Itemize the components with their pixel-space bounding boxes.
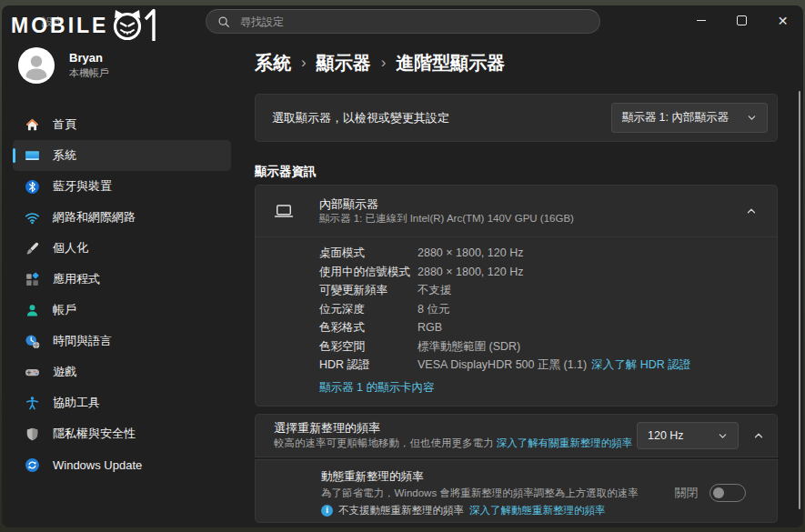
toggle-state-label: 關閉 — [675, 486, 698, 501]
avatar — [18, 47, 55, 84]
bluetooth-icon — [25, 179, 40, 195]
display-info-title: 內部顯示器 — [319, 196, 742, 213]
home-icon — [25, 117, 40, 133]
info-row-label: 使用中的信號模式 — [319, 263, 418, 282]
breadcrumb-item[interactable]: 顯示器 — [317, 51, 371, 75]
display-info-header: 內部顯示器 顯示器 1: 已連線到 Intel(R) Arc(TM) 140V … — [256, 186, 777, 237]
display-info-rows: 桌面模式2880 × 1800, 120 Hz使用中的信號模式2880 × 18… — [256, 237, 777, 375]
info-row-value: 8 位元 — [418, 300, 449, 319]
info-row-value: 2880 × 1800, 120 Hz — [418, 244, 523, 263]
info-row-value: 不支援 — [418, 281, 452, 300]
sidebar-item-windows-update[interactable]: Windows Update — [13, 449, 231, 480]
breadcrumb-item[interactable]: 系統 — [255, 51, 291, 75]
display-info-collapse-button[interactable] — [742, 202, 760, 220]
display-select-value: 顯示器 1: 內部顯示器 — [622, 110, 729, 125]
sidebar-item-label: 網路和網際網路 — [53, 209, 136, 226]
apps-icon — [25, 272, 40, 287]
scrollbar[interactable] — [799, 91, 800, 509]
devil-zero-icon — [110, 6, 159, 43]
personalization-icon — [25, 241, 40, 256]
display-info-row: 桌面模式2880 × 1800, 120 Hz — [319, 244, 762, 263]
sidebar-item-label: 帳戶 — [53, 302, 76, 318]
sidebar-item-system[interactable]: 系統 — [13, 140, 231, 171]
display-info-row: 位元深度8 位元 — [319, 300, 762, 319]
display-info-row: HDR 認證VESA DisplayHDR 500 正黑 (1.1)深入了解 H… — [319, 356, 762, 375]
sidebar-item-label: 遊戲 — [53, 364, 76, 380]
chevron-down-icon — [747, 113, 757, 123]
sidebar-item-gaming[interactable]: 遊戲 — [13, 356, 231, 387]
display-info-row: 色彩格式RGB — [319, 318, 762, 337]
minimize-button[interactable] — [680, 5, 721, 35]
user-name: Bryan — [69, 51, 109, 65]
sidebar-item-personalization[interactable]: 個人化 — [13, 233, 231, 264]
sidebar-item-label: 個人化 — [53, 240, 88, 256]
sidebar-item-label: Windows Update — [53, 458, 142, 472]
sidebar-item-bluetooth-devices[interactable]: 藍牙與裝置 — [13, 171, 231, 202]
sidebar-item-label: 系統 — [53, 147, 76, 164]
chevron-down-icon — [718, 431, 728, 441]
display-info-section-title: 顯示器資訊 — [255, 164, 317, 180]
info-row-label: 位元深度 — [319, 300, 418, 319]
sidebar-item-network-internet[interactable]: 網路和網際網路 — [13, 202, 231, 233]
display-select-dropdown[interactable]: 顯示器 1: 內部顯示器 — [611, 103, 768, 133]
mobile01-logo: MOBILE — [11, 6, 159, 43]
info-row-label: HDR 認證 — [319, 356, 418, 375]
sidebar-item-label: 隱私權與安全性 — [53, 426, 136, 442]
user-account-type: 本機帳戶 — [69, 66, 109, 80]
sidebar-item-apps[interactable]: 應用程式 — [13, 264, 231, 295]
sidebar-item-label: 藍牙與裝置 — [53, 178, 112, 195]
info-row-label: 色彩格式 — [319, 318, 418, 337]
select-display-label: 選取顯示器，以檢視或變更其設定 — [272, 110, 449, 126]
user-profile[interactable]: Bryan 本機帳戶 — [18, 47, 109, 84]
info-row-label: 桌面模式 — [319, 244, 418, 263]
dynamic-refresh-learn-more-link[interactable]: 深入了解動態重新整理的頻率 — [469, 504, 606, 517]
refresh-rate-collapse-button[interactable] — [750, 427, 768, 445]
search-input[interactable] — [238, 15, 589, 29]
refresh-rate-dropdown[interactable]: 120 Hz — [637, 422, 739, 449]
info-icon: i — [321, 505, 333, 517]
display-info-row: 可變更新頻率不支援 — [319, 281, 762, 300]
hdr-learn-more-link[interactable]: 深入了解 HDR 認證 — [591, 356, 690, 375]
sidebar-item-accounts[interactable]: 帳戶 — [13, 295, 231, 326]
refresh-rate-learn-more-link[interactable]: 深入了解有關重新整理的頻率 — [497, 437, 633, 448]
display-info-subtitle: 顯示器 1: 已連線到 Intel(R) Arc(TM) 140V GPU (1… — [319, 212, 742, 226]
sidebar-item-home[interactable]: 首頁 — [13, 109, 231, 140]
info-row-value: 2880 × 1800, 120 Hz — [418, 263, 523, 282]
system-icon — [25, 148, 40, 164]
chevron-up-icon — [753, 430, 764, 441]
sidebar-item-label: 應用程式 — [53, 271, 100, 287]
sidebar-item-time-language[interactable]: 時間與語言 — [13, 326, 231, 356]
sidebar-item-accessibility[interactable]: 協助工具 — [13, 387, 231, 418]
minimize-icon — [697, 20, 706, 21]
adapter-properties-link[interactable]: 顯示器 1 的顯示卡內容 — [319, 380, 434, 396]
display-info-card: 內部顯示器 顯示器 1: 已連線到 Intel(R) Arc(TM) 140V … — [255, 185, 778, 407]
dynamic-refresh-card: 動態重新整理的頻率 為了節省電力，Windows 會將重新整理的頻率調整為上方選… — [255, 459, 778, 523]
info-row-label: 可變更新頻率 — [319, 281, 418, 300]
network-icon — [25, 210, 40, 226]
selected-accent-bar — [13, 148, 15, 163]
search-icon — [217, 15, 230, 28]
info-row-value: 標準動態範圍 (SDR) — [418, 337, 520, 356]
info-row-value: RGB — [418, 318, 442, 337]
sidebar-item-privacy-security[interactable]: 隱私權與安全性 — [13, 418, 231, 449]
refresh-rate-description: 較高的速率可更順暢地移動，但也使用更多電力 深入了解有關重新整理的頻率 — [274, 437, 632, 451]
accounts-icon — [25, 303, 40, 318]
main-content: 系統›顯示器›進階型顯示器 選取顯示器，以檢視或變更其設定 顯示器 1: 內部顯… — [253, 38, 780, 527]
windows-update-icon — [25, 457, 40, 473]
refresh-rate-value: 120 Hz — [648, 429, 684, 442]
breadcrumb: 系統›顯示器›進階型顯示器 — [255, 51, 505, 75]
settings-search[interactable] — [206, 9, 600, 34]
maximize-button[interactable] — [721, 5, 762, 35]
close-button[interactable]: ✕ — [762, 5, 803, 35]
privacy-icon — [25, 427, 40, 442]
refresh-rate-card: 選擇重新整理的頻率 較高的速率可更順暢地移動，但也使用更多電力 深入了解有關重新… — [255, 414, 778, 457]
dynamic-refresh-toggle[interactable] — [709, 484, 746, 502]
gaming-icon — [25, 365, 40, 380]
mobile01-logo-text: MOBILE — [11, 11, 108, 37]
select-display-card: 選取顯示器，以檢視或變更其設定 顯示器 1: 內部顯示器 — [255, 94, 778, 142]
dynamic-refresh-info-text: 不支援動態重新整理的頻率 — [338, 504, 464, 517]
breadcrumb-separator: › — [381, 54, 387, 72]
display-info-row: 色彩空間標準動態範圍 (SDR) — [319, 337, 762, 356]
sidebar-item-label: 協助工具 — [53, 395, 100, 411]
breadcrumb-separator: › — [301, 54, 307, 72]
